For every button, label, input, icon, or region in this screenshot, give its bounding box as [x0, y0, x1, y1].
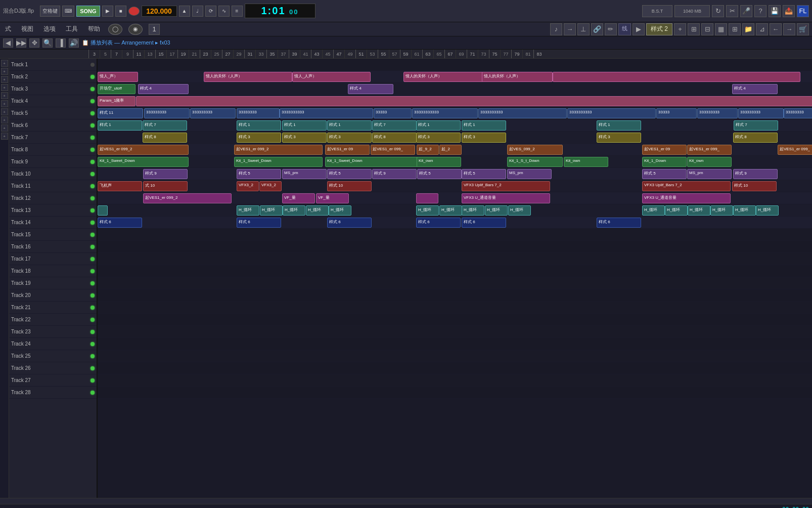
track-row-6[interactable]: 样式 1样式 7样式 1样式 1样式 1样式 7样式 1样式 1样式 1样式 7 [98, 119, 812, 132]
track-header-22[interactable]: Track 22 [9, 314, 97, 326]
clip-5-0[interactable]: 样式 11 [98, 108, 143, 118]
clip-11-6[interactable]: VFX3 Uplif_Bars 7_2 [642, 181, 731, 191]
track-row-15[interactable] [98, 229, 812, 241]
cut-icon[interactable]: ✂ [726, 5, 738, 17]
clip-14-1[interactable]: 样式 6 [237, 218, 281, 228]
clip-10-4[interactable]: 样式 9 [372, 169, 417, 179]
track-led-16[interactable] [91, 245, 95, 249]
add-track-btn4[interactable]: + [1, 84, 8, 91]
track-row-26[interactable] [98, 362, 812, 374]
clip-13-3[interactable]: H_循环 [283, 205, 305, 216]
clip-11-5[interactable]: VFX3 Uplif_Bars 7_2 [462, 181, 550, 191]
track-led-19[interactable] [91, 281, 95, 285]
track-row-27[interactable] [98, 374, 812, 387]
clip-13-6[interactable]: H_循环 [416, 205, 439, 216]
add-track-btn8[interactable]: + [1, 116, 8, 123]
arrow-right-icon[interactable]: → [564, 23, 576, 35]
track-header-7[interactable]: Track 7 [9, 132, 97, 144]
clip-8-0[interactable]: 起VES1_er 099_2 [98, 145, 189, 155]
playlist-icon[interactable]: ≡ [232, 6, 243, 17]
track-led-3[interactable] [91, 87, 95, 91]
clip-13-14[interactable]: H_循环 [710, 205, 733, 216]
clip-14-3[interactable]: 样式 6 [416, 218, 461, 228]
track-led-5[interactable] [91, 111, 95, 115]
select-icon[interactable]: ▦ [715, 23, 727, 35]
back-icon[interactable]: ◀ [3, 38, 13, 48]
track-led-7[interactable] [91, 136, 95, 140]
clip-7-4[interactable]: 样式 8 [372, 133, 417, 143]
track-led-13[interactable] [91, 208, 95, 213]
help-icon[interactable]: ? [754, 5, 766, 17]
track-row-19[interactable] [98, 277, 812, 289]
mode-btn[interactable]: 线 [618, 23, 631, 35]
clip-10-7[interactable]: MS_pm [507, 169, 552, 179]
track-header-5[interactable]: Track 5 [9, 107, 97, 119]
clip-11-2[interactable]: VFX3_2 [237, 181, 259, 191]
track-led-24[interactable] [91, 342, 95, 346]
clip-14-4[interactable]: 样式 6 [462, 218, 506, 228]
clip-8-4[interactable]: 起_9_2 [417, 145, 439, 155]
clip-4-0[interactable]: Param_1频率 [98, 96, 136, 106]
clip-6-8[interactable]: 样式 1 [597, 120, 641, 131]
track-row-22[interactable] [98, 314, 812, 326]
waveform-icon[interactable]: ∿ [218, 6, 230, 17]
arrow-right2-icon[interactable]: → [783, 23, 795, 35]
clip-10-1[interactable]: 样式 5 [237, 169, 281, 179]
clip-14-0[interactable]: 样式 6 [98, 218, 142, 228]
clip-2-1[interactable]: 情人的关怀（人声） [204, 72, 292, 82]
add-track-btn7[interactable]: + [1, 108, 8, 115]
add-track-btn[interactable]: + [1, 60, 8, 67]
track-header-6[interactable]: Track 6 [9, 119, 97, 132]
toggle-round-1[interactable]: ◯ [108, 24, 122, 35]
menu-style[interactable]: 式 [3, 24, 13, 34]
clip-12-3[interactable] [416, 193, 438, 203]
play-button[interactable]: ▶ [102, 6, 113, 17]
loop-icon[interactable]: ⟳ [205, 6, 216, 17]
track-led-15[interactable] [91, 233, 95, 237]
clip-10-10[interactable]: 样式 9 [733, 169, 778, 179]
add-track-btn2[interactable]: + [1, 68, 8, 75]
clip-14-5[interactable]: 样式 6 [597, 218, 641, 228]
track-header-11[interactable]: Track 11 [9, 180, 97, 192]
track-header-3[interactable]: Track 3 [9, 83, 97, 95]
track-row-20[interactable] [98, 289, 812, 302]
track-row-7[interactable]: 样式 8样式 3样式 3样式 3样式 8样式 3样式 3样式 3样式 8 [98, 132, 812, 144]
clip-5-1[interactable]: 333333333 [144, 108, 190, 118]
clip-9-7[interactable]: Kit_own [687, 157, 732, 167]
clip-11-1[interactable]: 式 10 [143, 181, 188, 191]
track-led-27[interactable] [91, 378, 95, 383]
clip-5-5[interactable]: 33333 [374, 108, 412, 118]
clip-13-13[interactable]: H_循环 [688, 205, 710, 216]
clip-8-3[interactable]: 起VES1_er 099_ [371, 145, 415, 155]
clip-8-7[interactable]: 起VES1_er 09 [642, 145, 687, 155]
track-header-23[interactable]: Track 23 [9, 326, 97, 338]
forward-icon[interactable]: ▶▶ [16, 38, 26, 48]
clip-7-1[interactable]: 样式 3 [237, 133, 281, 143]
arrow-left2-icon[interactable]: ← [770, 23, 782, 35]
track-led-12[interactable] [91, 196, 95, 200]
clip-8-2[interactable]: 起VES1_er 09 [325, 145, 370, 155]
track-row-9[interactable]: Kit_1_Sweet_DownKit_1_Sweet_DownKit_1_Sw… [98, 156, 812, 168]
clip-13-7[interactable]: H_循环 [439, 205, 462, 216]
track-header-19[interactable]: Track 19 [9, 277, 97, 289]
clip-6-9[interactable]: 样式 7 [734, 120, 778, 131]
track-led-10[interactable] [91, 172, 95, 176]
track-led-18[interactable] [91, 269, 95, 273]
record-button[interactable] [128, 7, 140, 16]
metronome-icon[interactable]: ♩ [192, 6, 203, 17]
collapse-icon[interactable]: ⊟ [701, 23, 713, 35]
expand-icon[interactable]: ⊞ [729, 23, 741, 35]
clip-13-5[interactable]: H_循环 [329, 205, 351, 216]
clip-6-6[interactable]: 样式 1 [416, 120, 461, 131]
pitch-up[interactable]: ▲ [179, 6, 190, 17]
menu-options[interactable]: 选项 [41, 24, 58, 34]
clip-7-8[interactable]: 样式 8 [733, 133, 778, 143]
clip-13-16[interactable]: H_循环 [756, 205, 779, 216]
clip-13-9[interactable]: H_循环 [485, 205, 508, 216]
clip-13-11[interactable]: H_循环 [642, 205, 665, 216]
clip-10-6[interactable]: 样式 5 [462, 169, 506, 179]
clip-12-2[interactable]: VF_量 [316, 193, 349, 203]
track-led-21[interactable] [91, 306, 95, 310]
tempo-display[interactable]: 120.000 [142, 6, 177, 17]
clip-10-2[interactable]: MS_pm [282, 169, 327, 179]
